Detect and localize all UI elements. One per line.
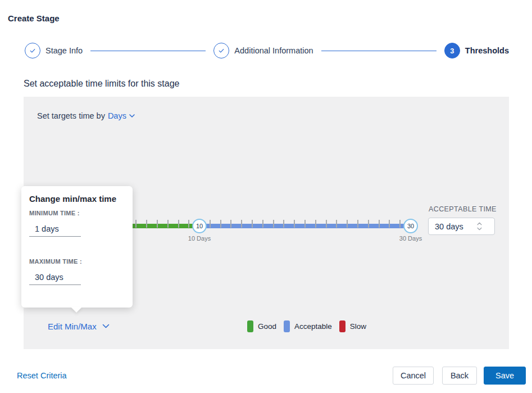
- acceptable-time-label: ACCEPTABLE TIME: [429, 205, 497, 213]
- step-additional-information[interactable]: Additional Information: [213, 43, 313, 58]
- acceptable-time-field: [428, 218, 495, 235]
- step-stage-info[interactable]: Stage Info: [25, 43, 83, 58]
- number-stepper: [477, 222, 482, 231]
- chevron-down-icon[interactable]: [129, 114, 135, 118]
- save-button[interactable]: Save: [484, 367, 526, 385]
- reset-criteria-link[interactable]: Reset Criteria: [17, 371, 67, 380]
- chevron-down-icon: [102, 324, 110, 329]
- minimum-time-input[interactable]: [29, 221, 81, 237]
- legend-item-slow: Slow: [339, 320, 366, 332]
- stepper-up-icon[interactable]: [477, 222, 482, 225]
- slider-max-handle[interactable]: 30: [403, 219, 418, 233]
- legend-label: Slow: [350, 322, 366, 331]
- legend-item-good: Good: [247, 320, 276, 332]
- legend: Good Acceptable Slow: [247, 320, 366, 332]
- stepper-connector: [321, 51, 436, 51]
- change-minmax-popover: Change min/max time MINIMUM TIME : MAXIM…: [21, 186, 133, 308]
- legend-swatch-acceptable: [284, 320, 290, 332]
- edit-minmax-label: Edit Min/Max: [48, 322, 97, 331]
- check-icon: [217, 47, 225, 55]
- slider-min-label: 10 Days: [180, 235, 219, 242]
- targets-unit-dropdown[interactable]: Days: [108, 111, 126, 120]
- slider-min-handle[interactable]: 10: [192, 219, 207, 233]
- legend-swatch-good: [247, 320, 253, 332]
- legend-swatch-slow: [339, 320, 345, 332]
- step-label: Additional Information: [234, 46, 313, 55]
- stepper: Stage Info Additional Information 3 Thre…: [25, 42, 509, 59]
- step-complete-icon: [213, 43, 229, 58]
- slider-max-label: 30 Days: [391, 235, 430, 242]
- minimum-time-label: MINIMUM TIME :: [29, 210, 80, 216]
- maximum-time-input[interactable]: [29, 269, 81, 285]
- popover-title: Change min/max time: [29, 194, 116, 204]
- stepper-down-icon[interactable]: [477, 227, 482, 231]
- legend-label: Acceptable: [294, 322, 332, 331]
- check-icon: [29, 47, 37, 55]
- legend-item-acceptable: Acceptable: [284, 320, 332, 332]
- edit-minmax-link[interactable]: Edit Min/Max: [48, 322, 110, 331]
- back-button[interactable]: Back: [442, 367, 477, 385]
- step-number-badge: 3: [444, 43, 460, 58]
- stepper-connector: [90, 51, 206, 51]
- page-title: Create Stage: [8, 13, 60, 23]
- step-label: Thresholds: [465, 46, 509, 55]
- maximum-time-label: MAXIMUM TIME :: [29, 258, 82, 265]
- step-complete-icon: [25, 43, 40, 58]
- step-thresholds[interactable]: 3 Thresholds: [444, 43, 509, 58]
- acceptable-time-input[interactable]: [429, 222, 476, 231]
- legend-label: Good: [258, 322, 276, 331]
- popover-arrow: [71, 307, 82, 313]
- cancel-button[interactable]: Cancel: [393, 367, 434, 385]
- set-targets-label: Set targets time by: [37, 111, 105, 120]
- step-label: Stage Info: [46, 46, 83, 55]
- section-heading: Set acceptable time limits for this stag…: [24, 79, 179, 89]
- set-targets-row: Set targets time by Days: [37, 111, 135, 120]
